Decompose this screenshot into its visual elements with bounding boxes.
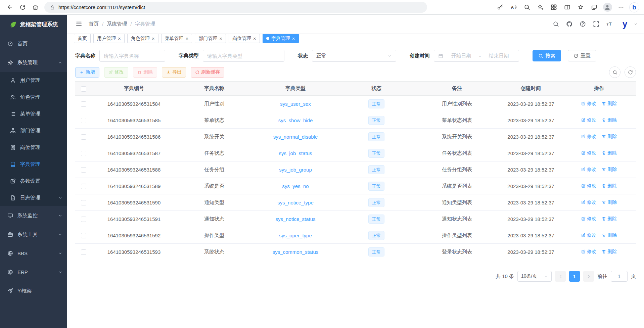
tab-home[interactable]: 首页 <box>74 34 91 43</box>
sidebar-item-post[interactable]: 岗位管理 <box>0 139 67 156</box>
row-edit-button[interactable]: 修改 <box>581 183 596 189</box>
sidebar-item-config[interactable]: 参数设置 <box>0 173 67 189</box>
dict-type-link[interactable]: sys_job_group <box>279 167 312 173</box>
close-icon[interactable]: × <box>253 36 256 41</box>
row-delete-button[interactable]: 删除 <box>602 117 617 123</box>
github-button[interactable] <box>562 15 576 33</box>
font-size-button[interactable]: TT <box>603 15 616 33</box>
prev-page-button[interactable] <box>555 271 566 282</box>
row-edit-button[interactable]: 修改 <box>581 101 596 107</box>
dict-type-link[interactable]: sys_user_sex <box>280 101 311 107</box>
page-size-select[interactable]: 10条/页 <box>517 271 552 282</box>
tab-user[interactable]: 用户管理× <box>93 34 125 43</box>
read-aloud-button[interactable]: A <box>507 1 520 13</box>
row-checkbox[interactable] <box>81 233 86 238</box>
sidebar-item-role[interactable]: 角色管理 <box>0 89 67 105</box>
date-range-picker[interactable]: 开始日期 - 结束日期 <box>434 50 519 62</box>
dict-type-link[interactable]: sys_job_status <box>279 150 312 156</box>
tab-dept[interactable]: 部门管理× <box>195 34 226 43</box>
dict-type-link[interactable]: sys_notice_status <box>275 216 315 222</box>
show-search-button[interactable] <box>609 66 620 78</box>
row-checkbox[interactable] <box>81 249 86 255</box>
copilot-button[interactable]: b <box>628 1 641 13</box>
favorites-button[interactable] <box>574 1 587 13</box>
row-checkbox[interactable] <box>81 184 86 189</box>
status-select[interactable]: 正常 <box>312 50 396 62</box>
row-checkbox[interactable] <box>81 217 86 222</box>
fullscreen-button[interactable] <box>589 15 603 33</box>
row-delete-button[interactable]: 删除 <box>602 216 617 222</box>
browser-home-button[interactable] <box>29 1 42 13</box>
row-checkbox[interactable] <box>81 118 86 123</box>
breadcrumb-item[interactable]: 首页 <box>89 21 99 27</box>
tab-menu[interactable]: 菜单管理× <box>161 34 192 43</box>
profile-button[interactable] <box>601 1 614 13</box>
row-checkbox[interactable] <box>81 101 86 107</box>
sidebar-item-user[interactable]: 用户管理 <box>0 72 67 89</box>
row-edit-button[interactable]: 修改 <box>581 134 596 140</box>
delete-button[interactable]: 删除 <box>133 67 157 78</box>
row-checkbox[interactable] <box>81 200 86 205</box>
reset-button[interactable]: 重置 <box>568 50 596 61</box>
split-screen-button[interactable] <box>561 1 573 13</box>
row-delete-button[interactable]: 删除 <box>602 199 617 205</box>
browser-refresh-button[interactable] <box>16 1 29 13</box>
sidebar-item-menu[interactable]: 菜单管理 <box>0 105 67 122</box>
sidebar-item-bbs[interactable]: BBS <box>0 244 67 263</box>
tab-post[interactable]: 岗位管理× <box>229 34 260 43</box>
sidebar-item-home[interactable]: 首页 <box>0 34 67 53</box>
tab-dict[interactable]: 字典管理× <box>263 34 299 43</box>
zoom-button[interactable] <box>520 1 533 13</box>
collections-button[interactable] <box>588 1 600 13</box>
browser-back-button[interactable] <box>3 1 16 13</box>
goto-page-input[interactable] <box>611 274 627 279</box>
address-bar[interactable]: https://ccnetcore.com:1101/system/dict <box>44 2 427 13</box>
breadcrumb-item[interactable]: 系统管理 <box>107 21 127 27</box>
sidebar-item-erp[interactable]: ERP <box>0 263 67 281</box>
close-icon[interactable]: × <box>219 36 222 41</box>
row-delete-button[interactable]: 删除 <box>602 249 617 255</box>
dict-type-link[interactable]: sys_common_status <box>273 249 319 255</box>
row-edit-button[interactable]: 修改 <box>581 199 596 205</box>
close-icon[interactable]: × <box>152 36 155 41</box>
search-button[interactable]: 搜索 <box>533 50 561 61</box>
export-button[interactable]: 导出 <box>162 67 186 78</box>
header-search-button[interactable] <box>549 15 562 33</box>
row-edit-button[interactable]: 修改 <box>581 216 596 222</box>
row-edit-button[interactable]: 修改 <box>581 249 596 255</box>
dict-type-link[interactable]: sys_show_hide <box>278 118 313 123</box>
row-edit-button[interactable]: 修改 <box>581 117 596 123</box>
next-page-button[interactable] <box>583 271 594 282</box>
close-icon[interactable]: × <box>186 36 189 41</box>
sidebar-item-yi[interactable]: Yi框架 <box>0 281 67 300</box>
dict-type-link[interactable]: sys_normal_disable <box>273 134 318 140</box>
row-delete-button[interactable]: 删除 <box>602 150 617 156</box>
row-edit-button[interactable]: 修改 <box>581 232 596 238</box>
row-edit-button[interactable]: 修改 <box>581 150 596 156</box>
extensions-button[interactable] <box>547 1 560 13</box>
user-menu[interactable]: y <box>619 18 638 30</box>
row-delete-button[interactable]: 删除 <box>602 232 617 238</box>
sidebar-item-log[interactable]: 日志管理 <box>0 189 67 206</box>
dict-type-link[interactable]: sys_notice_type <box>277 200 314 205</box>
sidebar-item-tool[interactable]: 系统工具 <box>0 225 67 244</box>
refresh-cache-button[interactable]: 刷新缓存 <box>191 67 224 78</box>
add-button[interactable]: 新增 <box>75 67 99 78</box>
sidebar-item-dict[interactable]: 字典管理 <box>0 156 67 173</box>
row-edit-button[interactable]: 修改 <box>581 167 596 173</box>
dict-type-link[interactable]: sys_oper_type <box>279 233 312 238</box>
refresh-table-button[interactable] <box>625 66 636 78</box>
password-manager-button[interactable] <box>494 1 506 13</box>
row-delete-button[interactable]: 删除 <box>602 183 617 189</box>
add-favorite-button[interactable] <box>534 1 547 13</box>
row-checkbox[interactable] <box>81 167 86 173</box>
close-icon[interactable]: × <box>118 36 121 41</box>
row-delete-button[interactable]: 删除 <box>602 134 617 140</box>
dict-type-link[interactable]: sys_yes_no <box>282 183 309 189</box>
page-number-1[interactable]: 1 <box>569 271 580 282</box>
row-delete-button[interactable]: 删除 <box>602 167 617 173</box>
dict-name-input[interactable] <box>104 53 161 59</box>
tab-role[interactable]: 角色管理× <box>127 34 158 43</box>
help-button[interactable] <box>576 15 589 33</box>
sidebar-item-system[interactable]: 系统管理 <box>0 53 67 72</box>
